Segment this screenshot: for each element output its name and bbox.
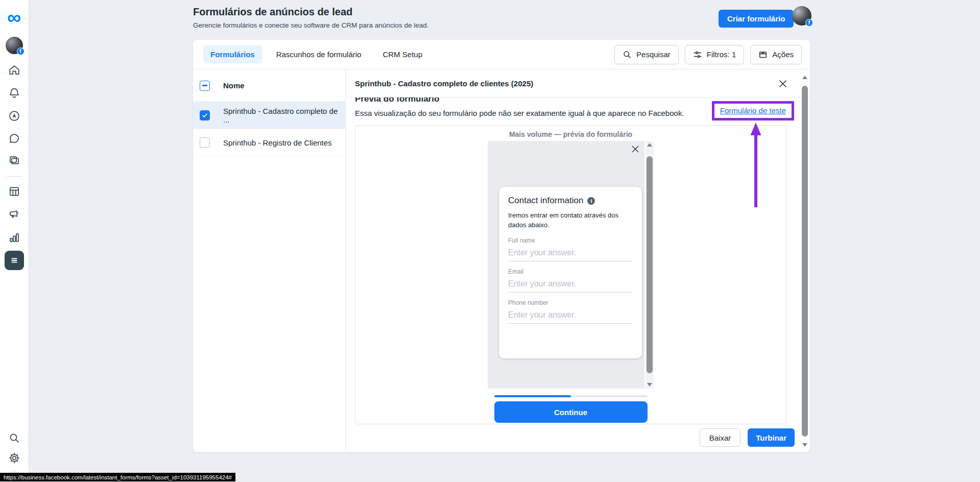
actions-button[interactable]: Ações <box>750 45 802 64</box>
row-checkbox-unchecked[interactable] <box>200 137 210 148</box>
field-label: Email <box>508 268 633 275</box>
full-name-input[interactable] <box>508 244 633 261</box>
forms-list: Nome Sprinthub - Cadastro completo de ..… <box>193 69 346 452</box>
tab-formularios[interactable]: Formulários <box>203 45 262 63</box>
scroll-up-icon[interactable] <box>802 76 807 79</box>
tab-rascunhos[interactable]: Rascunhos de formulário <box>269 45 369 63</box>
close-icon[interactable] <box>778 79 787 88</box>
main-card: Formulários Rascunhos de formulário CRM … <box>193 40 810 452</box>
form-progress-bar <box>494 395 648 397</box>
row-checkbox-checked[interactable] <box>200 110 210 120</box>
filters-button-label: Filtros: 1 <box>707 50 736 59</box>
messages-chat-icon[interactable] <box>8 132 21 145</box>
contact-info-title: Contact information <box>508 196 583 206</box>
actions-box-icon <box>758 50 768 59</box>
create-form-button[interactable]: Criar formulário <box>719 10 794 28</box>
phone-number-input[interactable] <box>508 306 633 324</box>
field-label: Full name <box>508 237 633 244</box>
toolbar: Pesquisar Filtros: 1 Ações <box>614 45 802 64</box>
profile-avatar[interactable]: f <box>792 6 811 26</box>
form-detail-panel: Sprinthub - Cadastro completo de cliente… <box>346 69 810 452</box>
phone-screen: Contact information i Iremos entrar em c… <box>488 141 644 389</box>
form-progress-fill <box>494 395 571 397</box>
phone-scrollbar[interactable] <box>646 141 654 389</box>
form-name: Sprinthub - Cadastro completo de ... <box>223 107 345 124</box>
tab-crm-setup[interactable]: CRM Setup <box>375 45 429 63</box>
scrollbar-thumb[interactable] <box>802 86 808 437</box>
field-label: Phone number <box>508 299 633 306</box>
facebook-badge-icon: f <box>805 19 813 27</box>
scroll-up-icon[interactable] <box>647 143 652 147</box>
forms-list-header: Nome <box>193 69 345 102</box>
table-row[interactable]: Sprinthub - Cadastro completo de ... <box>193 102 345 129</box>
notifications-bell-icon[interactable] <box>8 86 21 100</box>
download-button[interactable]: Baixar <box>700 428 741 447</box>
insights-chart-icon[interactable] <box>8 231 21 244</box>
search-button[interactable]: Pesquisar <box>614 45 679 64</box>
home-icon[interactable] <box>8 63 21 77</box>
form-field: Full name <box>508 237 633 261</box>
hamburger-menu-icon <box>9 255 20 266</box>
left-sidebar: ∞ f ? <box>0 0 28 482</box>
preview-caption: Mais volume — prévia do formulário <box>355 130 786 138</box>
filters-button[interactable]: Filtros: 1 <box>685 45 745 64</box>
test-form-link[interactable]: Formulário de teste <box>720 106 786 115</box>
meta-logo-icon[interactable]: ∞ <box>7 7 21 28</box>
actions-button-label: Ações <box>772 50 794 59</box>
all-tools-menu-active[interactable] <box>5 251 24 270</box>
filters-sliders-icon <box>693 50 702 59</box>
panel-scrollbar[interactable] <box>801 74 809 448</box>
scroll-down-icon[interactable] <box>802 443 807 447</box>
email-input[interactable] <box>508 275 633 293</box>
form-field: Phone number <box>508 299 633 324</box>
search-button-label: Pesquisar <box>636 50 671 59</box>
boost-button[interactable]: Turbinar <box>748 428 795 447</box>
annotation-arrow-icon <box>749 122 762 209</box>
boost-arrow-icon[interactable] <box>8 109 21 123</box>
settings-gear-icon[interactable] <box>8 451 21 465</box>
business-avatar[interactable]: f <box>6 37 23 54</box>
tabs-row: Formulários Rascunhos de formulário CRM … <box>193 40 810 69</box>
scroll-down-icon[interactable] <box>647 383 652 387</box>
check-icon <box>201 112 208 119</box>
name-column-header: Nome <box>223 81 245 90</box>
form-preview-container: Mais volume — prévia do formulário Conta… <box>355 125 786 424</box>
pages-icon[interactable] <box>8 154 21 167</box>
search-sidebar-icon[interactable] <box>8 431 21 445</box>
detail-title: Sprinthub - Cadastro completo de cliente… <box>355 79 533 88</box>
page-title: Formulários de anúncios de lead <box>193 6 429 18</box>
content-area: Nome Sprinthub - Cadastro completo de ..… <box>193 69 810 452</box>
status-bar-url: https://business.facebook.com/latest/ins… <box>0 473 235 481</box>
contact-info-card: Contact information i Iremos entrar em c… <box>499 187 642 358</box>
phone-preview: Contact information i Iremos entrar em c… <box>488 141 654 389</box>
close-icon[interactable] <box>631 145 639 153</box>
form-field: Email <box>508 268 633 293</box>
facebook-badge-icon: f <box>17 47 25 55</box>
search-icon <box>623 50 632 59</box>
continue-button[interactable]: Continue <box>494 401 648 423</box>
scrollbar-thumb[interactable] <box>647 156 653 373</box>
info-icon[interactable]: i <box>587 197 595 205</box>
billing-table-icon[interactable] <box>8 185 21 198</box>
table-row[interactable]: Sprinthub - Registro de Clientes <box>193 129 345 156</box>
detail-footer: Baixar Turbinar <box>700 428 795 447</box>
detail-body: Prévia do formulário Essa visualização d… <box>346 98 810 452</box>
page-header: Formulários de anúncios de lead Gerencie… <box>193 6 429 29</box>
form-name: Sprinthub - Registro de Clientes <box>223 138 332 147</box>
ads-megaphone-icon[interactable] <box>8 208 21 221</box>
sidebar-divider <box>7 176 22 177</box>
page-subtitle: Gerencie formulários e conecte seu softw… <box>193 21 429 29</box>
detail-header: Sprinthub - Cadastro completo de cliente… <box>346 69 810 98</box>
annotation-highlight-box: Formulário de teste <box>712 101 794 120</box>
contact-info-description: Iremos entrar em contato através dos dad… <box>508 211 633 230</box>
select-all-checkbox[interactable] <box>200 81 210 91</box>
